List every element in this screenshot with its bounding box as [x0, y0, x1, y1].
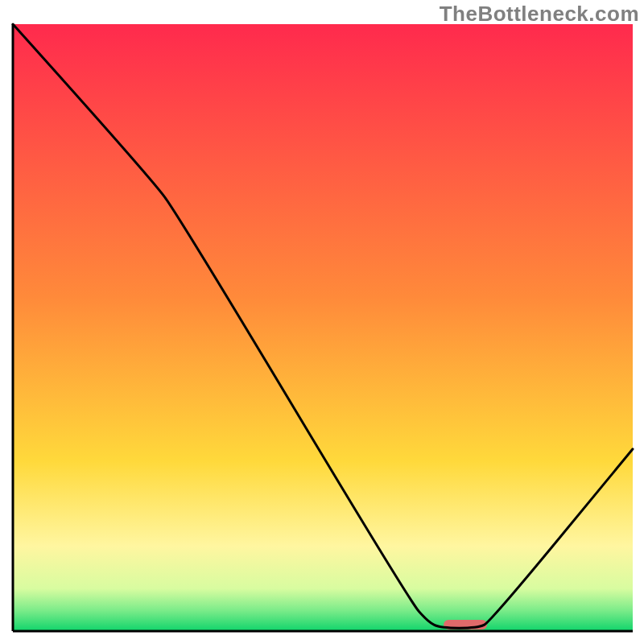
- bottleneck-plot: [0, 0, 644, 644]
- plot-background: [13, 24, 633, 631]
- watermark-text: TheBottleneck.com: [440, 2, 639, 27]
